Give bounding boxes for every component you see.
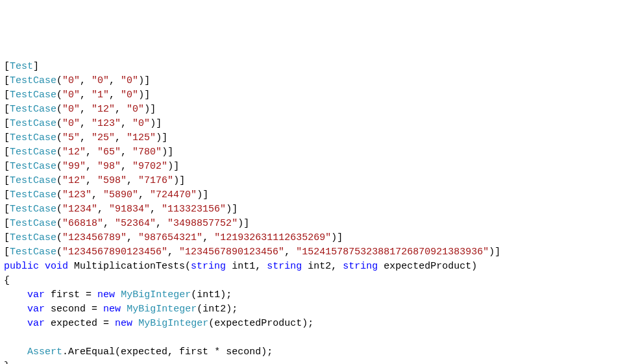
keyword-new: new [115,318,132,329]
arg: int2 [202,304,226,315]
var-expected: expected [51,318,97,329]
keyword-string: string [191,261,226,272]
attr-testcase: TestCase [10,75,56,86]
type-mybiginteger: MyBigInteger [127,304,197,315]
attr-testcase: TestCase [10,232,56,243]
string-literal: "98" [97,161,121,172]
string-literal: "99" [62,161,86,172]
string-literal: "9702" [132,161,167,172]
string-literal: "0" [92,75,109,86]
string-literal: "0" [62,90,80,101]
string-literal: "12" [92,104,115,115]
string-literal: "0" [127,104,144,115]
attr-testcase: TestCase [10,189,56,200]
brace-close: } [4,361,10,364]
string-literal: "0" [62,104,80,115]
string-literal: "1524157875323881726870921383936" [296,247,489,258]
string-literal: "52364" [115,218,156,229]
string-literal: "5890" [103,189,138,200]
code-block: [Test] [TestCase("0", "0", "0")] [TestCa… [4,60,619,364]
keyword-new: new [97,289,115,300]
string-literal: "1234567890123456" [179,247,284,258]
arg: expectedProduct [214,318,302,329]
string-literal: "1234567890123456" [62,247,167,258]
string-literal: "113323156" [162,204,226,215]
attr-testcase: TestCase [10,104,56,115]
string-literal: "1" [92,90,109,101]
string-literal: "25" [92,132,115,143]
string-literal: "125" [127,132,156,143]
keyword-public: public [4,261,39,272]
type-assert: Assert [27,346,62,358]
string-literal: "0" [62,75,80,86]
attr-testcase: TestCase [10,218,56,229]
attr-testcase: TestCase [10,147,56,158]
string-literal: "5" [62,132,80,143]
attr-testcase: TestCase [10,204,56,215]
attr-testcase: TestCase [10,90,56,101]
method-name: MultiplicationTests [74,261,185,272]
string-literal: "1234" [62,204,97,215]
var-first: first [51,289,80,300]
param: int2 [308,261,331,272]
attr-testcase: TestCase [10,175,56,186]
string-literal: "12" [62,175,86,186]
string-literal: "724470" [150,189,197,200]
string-literal: "3498857752" [167,218,238,229]
type-mybiginteger: MyBigInteger [138,318,208,329]
string-literal: "0" [121,75,138,86]
attr-test: Test [10,61,33,72]
arg: second [226,346,261,358]
keyword-new: new [103,304,121,315]
string-literal: "123456789" [62,232,127,243]
arg: expected [121,346,167,358]
string-literal: "987654321" [138,232,202,243]
keyword-var: var [27,289,45,300]
attr-testcase: TestCase [10,118,56,129]
param: expectedProduct [384,261,471,272]
string-literal: "0" [62,118,80,129]
attr-testcase: TestCase [10,132,56,143]
keyword-string: string [343,261,378,272]
keyword-void: void [45,261,68,272]
string-literal: "0" [132,118,150,129]
string-literal: "780" [132,147,162,158]
keyword-var: var [27,318,45,329]
string-literal: "91834" [109,204,150,215]
attr-testcase: TestCase [10,247,56,258]
string-literal: "12" [62,147,86,158]
attr-testcase: TestCase [10,161,56,172]
string-literal: "66818" [62,218,103,229]
keyword-string: string [267,261,302,272]
arg: first [179,346,208,358]
method-areequal: AreEqual [68,346,115,358]
type-mybiginteger: MyBigInteger [121,289,191,300]
string-literal: "7176" [138,175,173,186]
string-literal: "121932631112635269" [214,232,331,243]
keyword-var: var [27,304,45,315]
brace-open: { [4,275,10,286]
string-literal: "65" [97,147,121,158]
string-literal: "0" [121,90,138,101]
string-literal: "598" [97,175,127,186]
arg: int1 [197,289,220,300]
var-second: second [51,304,86,315]
string-literal: "123" [62,189,92,200]
param: int1 [232,261,255,272]
string-literal: "123" [92,118,121,129]
